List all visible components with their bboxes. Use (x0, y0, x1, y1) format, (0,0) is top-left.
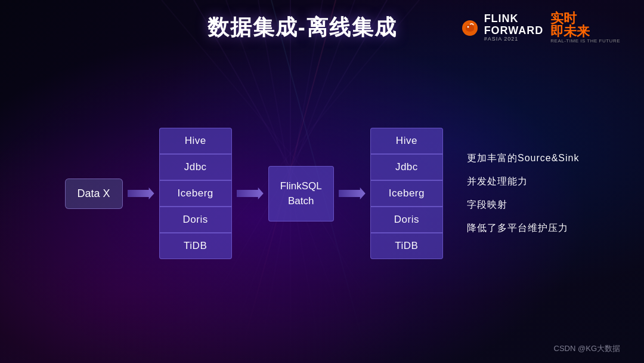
sink-doris: Doris (370, 207, 443, 233)
arrow-1-shape (128, 187, 154, 199)
logo-area: FLINK FORWARD #ASIA 2021 实时 即未来 REAL-TIM… (462, 12, 620, 44)
footer: CSDN @KG大数据 (0, 337, 644, 363)
feature-3: 字段映射 (467, 199, 580, 211)
sink-iceberg: Iceberg (370, 180, 443, 207)
feature-2: 并发处理能力 (467, 176, 580, 188)
csdn-credit: CSDN @KG大数据 (554, 343, 620, 354)
source-tidb: TiDB (159, 233, 232, 259)
features-list: 更加丰富的Source&Sink 并发处理能力 字段映射 降低了多平台维护压力 (467, 152, 580, 235)
arrow-3-shape (339, 187, 366, 199)
arrow-2-shape (237, 187, 264, 199)
sink-jdbc: Jdbc (370, 154, 443, 180)
flinksql-box: FlinkSQLBatch (268, 166, 334, 222)
svg-point-1 (467, 26, 469, 27)
page-title: 数据集成-离线集成 (208, 13, 397, 42)
feature-1: 更加丰富的Source&Sink (467, 152, 580, 165)
arrow-3 (339, 187, 366, 199)
sink-hive: Hive (370, 128, 443, 154)
datax-box: Data X (65, 179, 123, 209)
source-hive: Hive (159, 128, 232, 154)
flink-logo-text: FLINK FORWARD #ASIA 2021 (484, 13, 544, 42)
arrow-2 (237, 187, 264, 199)
feature-4: 降低了多平台维护压力 (467, 222, 580, 235)
source-stack: Hive Jdbc Iceberg Doris TiDB (159, 128, 232, 259)
sink-stack: Hive Jdbc Iceberg Doris TiDB (370, 128, 443, 259)
header: 数据集成-离线集成 FLINK FORWARD #ASIA 2021 (0, 0, 644, 50)
flink-forward-logo: FLINK FORWARD #ASIA 2021 实时 即未来 REAL-TIM… (462, 12, 620, 44)
source-iceberg: Iceberg (159, 180, 232, 207)
flinksql-label: FlinkSQLBatch (280, 180, 322, 207)
flink-icon (462, 20, 478, 36)
main-content: 数据集成-离线集成 FLINK FORWARD #ASIA 2021 (0, 0, 644, 363)
source-doris: Doris (159, 207, 232, 233)
arrow-1 (128, 187, 154, 199)
source-jdbc: Jdbc (159, 154, 232, 180)
sink-tidb: TiDB (370, 233, 443, 259)
diagram-area: Data X Hive Jdbc Iceberg Doris TiDB Flin… (0, 50, 644, 337)
